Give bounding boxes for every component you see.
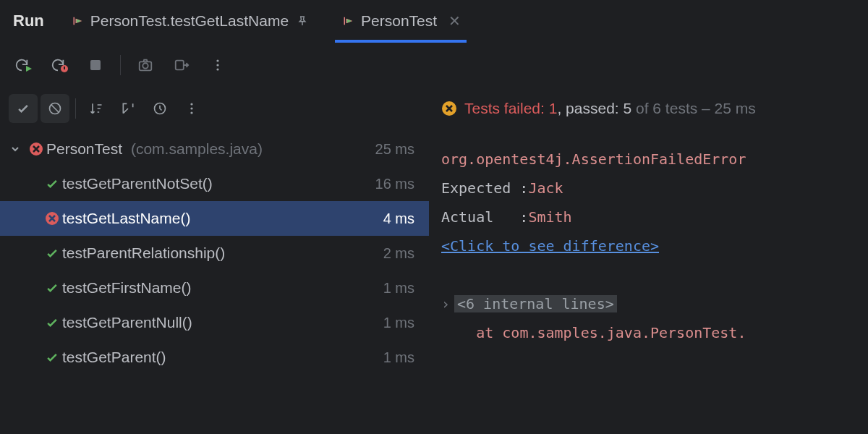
test-filter-bar <box>0 88 429 129</box>
fold-toggle-icon[interactable]: › <box>441 289 454 318</box>
svg-point-6 <box>216 64 218 66</box>
suite-name: PersonTest <box>46 140 122 157</box>
suite-package: (com.samples.java) <box>131 140 263 157</box>
run-config-icon <box>341 14 354 27</box>
fail-icon <box>42 211 62 226</box>
test-tree[interactable]: PersonTest (com.samples.java) 25 ms test… <box>0 129 429 434</box>
svg-rect-4 <box>176 61 184 70</box>
test-name: testGetParentNull() <box>62 314 383 331</box>
test-row[interactable]: testGetLastName() 4 ms <box>0 201 429 236</box>
svg-point-12 <box>190 111 192 114</box>
svg-point-11 <box>190 107 192 109</box>
test-row[interactable]: testGetFirstName() 1 ms <box>0 271 429 305</box>
rerun-failed-button[interactable] <box>45 51 74 80</box>
folded-region[interactable]: <6 internal lines> <box>454 295 617 312</box>
passed-count: 5 <box>623 100 631 116</box>
pass-icon <box>42 315 62 330</box>
pass-icon <box>42 350 62 365</box>
warning-icon <box>441 101 457 116</box>
console-output[interactable]: org.opentest4j.AssertionFailedErrorExpec… <box>430 129 868 434</box>
pass-icon <box>42 246 62 260</box>
test-duration: 1 ms <box>383 349 414 366</box>
tab-label: PersonTest.testGetLastName <box>90 12 289 30</box>
close-icon[interactable]: ✕ <box>448 12 461 30</box>
more-filters-button[interactable] <box>177 94 206 123</box>
actual-value: Smith <box>528 208 571 226</box>
test-suite-row[interactable]: PersonTest (com.samples.java) 25 ms <box>0 132 429 166</box>
chevron-down-icon[interactable] <box>10 144 26 154</box>
test-row[interactable]: testGetParent() 1 ms <box>0 340 429 375</box>
more-actions-button[interactable] <box>203 51 232 80</box>
tab-run-config-0[interactable]: PersonTest.testGetLastName <box>64 0 315 42</box>
test-name: testGetLastName() <box>62 210 383 227</box>
tab-label: PersonTest <box>361 12 437 30</box>
separator <box>75 98 76 119</box>
test-name: testGetParent() <box>62 349 383 366</box>
test-row[interactable]: testGetParentNull() 1 ms <box>0 305 429 340</box>
expand-all-button[interactable] <box>114 94 142 123</box>
test-row[interactable]: testGetParentNotSet() 16 ms <box>0 166 429 201</box>
svg-point-10 <box>190 103 192 105</box>
test-name: testGetFirstName() <box>62 279 383 297</box>
svg-point-5 <box>216 59 218 61</box>
test-duration: 1 ms <box>383 315 414 331</box>
svg-point-3 <box>142 63 148 68</box>
svg-rect-1 <box>90 60 101 70</box>
test-name: testParentRelationship() <box>62 244 383 262</box>
show-ignored-toggle[interactable] <box>41 94 69 123</box>
history-button[interactable] <box>145 94 174 123</box>
test-duration: 1 ms <box>383 280 414 297</box>
run-tab-bar: Run PersonTest.testGetLastName PersonTes… <box>0 0 868 42</box>
failed-label: Tests failed: <box>464 100 549 116</box>
pass-icon <box>42 281 62 295</box>
test-tree-panel: PersonTest (com.samples.java) 25 ms test… <box>0 88 430 434</box>
sort-button[interactable] <box>82 94 111 123</box>
stack-line: at com.samples.java.PersonTest. <box>476 324 746 341</box>
error-class: org.opentest4j.AssertionFailedError <box>441 150 746 168</box>
pass-icon <box>42 176 62 191</box>
test-output-panel: Tests failed: 1, passed: 5 of 6 tests – … <box>430 88 868 434</box>
test-name: testGetParentNotSet() <box>62 175 375 192</box>
pin-icon[interactable] <box>296 14 309 27</box>
expected-value: Jack <box>528 179 563 197</box>
run-tool-window-label: Run <box>13 12 44 30</box>
see-difference-link[interactable]: <Click to see difference> <box>441 237 659 255</box>
test-row[interactable]: testParentRelationship() 2 ms <box>0 236 429 271</box>
run-toolbar <box>0 42 868 88</box>
screenshot-button[interactable] <box>131 51 160 80</box>
passed-label: , passed: <box>557 100 623 116</box>
fail-icon <box>26 142 46 156</box>
svg-point-7 <box>216 68 218 70</box>
rerun-button[interactable] <box>9 51 38 80</box>
test-duration: 2 ms <box>383 245 414 262</box>
exit-button[interactable] <box>167 51 196 80</box>
actual-label: Actual : <box>441 208 528 226</box>
test-duration: 16 ms <box>375 176 414 192</box>
expected-label: Expected : <box>441 179 528 197</box>
suite-duration: 25 ms <box>375 141 414 158</box>
show-passed-toggle[interactable] <box>9 94 38 123</box>
stop-button[interactable] <box>81 51 110 80</box>
failed-count: 1 <box>549 100 558 116</box>
summary-tail: of 6 tests – 25 ms <box>631 100 756 116</box>
test-duration: 4 ms <box>383 210 414 227</box>
test-summary: Tests failed: 1, passed: 5 of 6 tests – … <box>430 88 868 129</box>
run-config-icon <box>70 14 83 27</box>
tab-run-config-1[interactable]: PersonTest ✕ <box>335 0 467 42</box>
separator <box>120 55 121 75</box>
